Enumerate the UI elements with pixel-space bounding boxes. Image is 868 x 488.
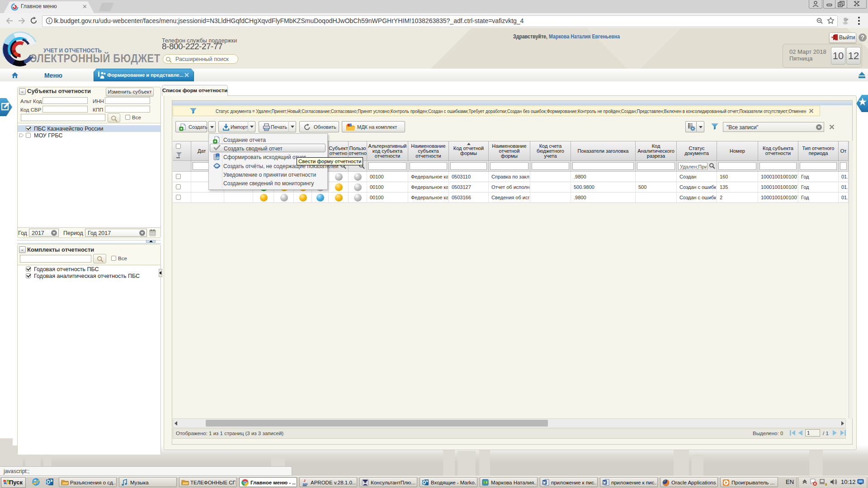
table-cell[interactable]: Год bbox=[798, 182, 839, 192]
table-cell[interactable]: Год bbox=[798, 192, 839, 203]
table-cell[interactable] bbox=[191, 192, 224, 203]
column-filter-input[interactable] bbox=[760, 162, 797, 170]
column-filter-input[interactable] bbox=[840, 162, 847, 170]
column-header[interactable]: Тип отчетногопериода bbox=[798, 141, 839, 161]
records-filter-funnel-icon[interactable] bbox=[711, 123, 719, 130]
alt-code-input[interactable] bbox=[42, 97, 88, 104]
refresh-icon[interactable] bbox=[30, 17, 38, 24]
taskbar-button[interactable]: КонсультантПлю... bbox=[359, 477, 417, 487]
taskbar-button[interactable]: ТЕЛЕФОННЫЕ СПР... bbox=[179, 477, 237, 487]
import-dropdown-button[interactable] bbox=[248, 121, 256, 132]
menu-item[interactable]: Создание отчета bbox=[210, 136, 326, 144]
table-cell[interactable]: 500 bbox=[636, 182, 677, 192]
table-vertical-scrollbar[interactable] bbox=[849, 141, 853, 418]
table-cell[interactable] bbox=[349, 182, 367, 192]
table-cell[interactable] bbox=[636, 172, 677, 182]
menu-item[interactable]: Создать сводный отчет bbox=[210, 144, 326, 152]
select-all-checkbox[interactable] bbox=[176, 144, 181, 149]
table-cell[interactable]: Сведения об исп bbox=[489, 192, 530, 203]
hscroll-thumb[interactable] bbox=[206, 420, 548, 427]
period-select[interactable]: Год 2017 bbox=[85, 229, 147, 237]
table-cell[interactable] bbox=[530, 172, 571, 182]
table-cell[interactable]: 01.0 bbox=[839, 172, 849, 182]
help-button[interactable]: ? bbox=[859, 33, 867, 42]
table-cell[interactable]: .9800 bbox=[571, 192, 636, 203]
columns-settings-button[interactable] bbox=[685, 121, 697, 132]
profile-button[interactable] bbox=[809, 0, 822, 9]
create-dropdown-button[interactable] bbox=[208, 121, 216, 132]
nav-tab-close-icon[interactable] bbox=[184, 72, 189, 78]
table-cell[interactable]: 00100 bbox=[367, 192, 408, 203]
create-button[interactable]: Создать bbox=[175, 121, 207, 132]
table-cell[interactable] bbox=[294, 192, 312, 203]
sidebar-splitter-handle[interactable] bbox=[146, 240, 156, 243]
column-filter-search-icon[interactable] bbox=[709, 163, 715, 171]
menu-item[interactable]: Уведомление о принятии отчетности bbox=[210, 170, 326, 179]
records-filter-select[interactable]: "Все записи" bbox=[723, 122, 824, 132]
browser-menu-icon[interactable] bbox=[858, 16, 860, 25]
taskbar-button[interactable]: Разъяснения о сд... bbox=[59, 477, 117, 487]
column-filter-input[interactable] bbox=[368, 162, 406, 170]
table-cell[interactable]: 2 bbox=[717, 192, 758, 203]
sets-search-button[interactable] bbox=[93, 254, 106, 263]
svr-input[interactable] bbox=[42, 106, 88, 113]
mdk-button[interactable]: МДК на комплект bbox=[342, 121, 405, 132]
next-page-icon[interactable] bbox=[832, 430, 838, 436]
bookmark-star-icon[interactable] bbox=[827, 17, 835, 24]
table-cell[interactable] bbox=[349, 192, 367, 203]
table-cell[interactable]: Создан с ошибка bbox=[677, 182, 717, 192]
column-header[interactable]: Наименованиеотчетнойформы bbox=[489, 141, 530, 161]
table-cell[interactable]: 0503127 bbox=[449, 182, 489, 192]
collapse-header-icon[interactable] bbox=[858, 72, 866, 79]
tree-item[interactable]: МОУ ГРБС bbox=[18, 132, 160, 139]
column-filter-input[interactable] bbox=[718, 162, 756, 170]
taskbar-button[interactable]: приложение к пис... bbox=[540, 477, 598, 487]
nav-menu-label[interactable]: Меню bbox=[44, 72, 62, 79]
column-header[interactable]: Код отчетнойформы bbox=[449, 141, 489, 161]
taskbar-button[interactable]: Главное меню - ... bbox=[239, 477, 297, 487]
tray-volume-icon[interactable] bbox=[830, 478, 838, 486]
set-item[interactable]: Годовая отчетность ПБС bbox=[18, 266, 160, 272]
table-cell[interactable] bbox=[224, 192, 253, 203]
table-cell[interactable]: 01.0 bbox=[839, 192, 849, 203]
table-cell[interactable]: Федеральное каз bbox=[408, 172, 449, 182]
page-info-icon[interactable] bbox=[46, 17, 53, 24]
table-cell[interactable] bbox=[329, 172, 349, 182]
table-cell[interactable] bbox=[530, 192, 571, 203]
table-cell[interactable]: Федеральное каз bbox=[408, 182, 449, 192]
set-item[interactable]: Годовая аналитическая отчетность ПБС bbox=[18, 272, 160, 279]
table-cell[interactable]: 1000100100100ТІ bbox=[758, 192, 798, 203]
column-header[interactable]: Наименованиесубъектаотчетности bbox=[408, 141, 449, 161]
browser-tab-close-icon[interactable]: ✕ bbox=[82, 4, 87, 9]
change-subject-button[interactable]: Изменить субъект bbox=[106, 88, 154, 96]
minimize-button[interactable] bbox=[823, 0, 835, 9]
show-desktop-icon[interactable] bbox=[857, 479, 865, 485]
sets-collapse-icon[interactable]: ⌄ bbox=[19, 246, 26, 253]
table-cell[interactable]: 135 bbox=[717, 182, 758, 192]
first-page-icon[interactable] bbox=[789, 430, 796, 436]
set-checkbox[interactable] bbox=[26, 273, 31, 278]
refresh-button[interactable]: Обновить bbox=[299, 121, 339, 132]
table-cell[interactable]: 160 bbox=[717, 172, 758, 182]
subjects-search-button[interactable] bbox=[108, 113, 120, 122]
table-cell[interactable]: Год bbox=[798, 172, 839, 182]
table-cell[interactable] bbox=[329, 182, 349, 192]
set-checkbox[interactable] bbox=[26, 267, 31, 272]
table-cell[interactable]: Создан bbox=[677, 172, 717, 182]
column-filter-input[interactable] bbox=[637, 162, 675, 170]
main-tab[interactable]: Список форм отчетности bbox=[162, 85, 228, 96]
records-filter-clear-icon[interactable] bbox=[829, 124, 835, 130]
column-header[interactable]: Код счетабюджетногоучета bbox=[530, 141, 571, 161]
table-cell[interactable]: 500.9800 bbox=[571, 182, 636, 192]
taskbar-button[interactable]: Проигрыватель ... bbox=[720, 477, 778, 487]
column-filter-input[interactable] bbox=[532, 162, 569, 170]
column-header[interactable]: Показатели заголовка bbox=[571, 141, 636, 161]
column-filter-input[interactable]: Удален;Прин bbox=[678, 162, 708, 170]
row-checkbox[interactable] bbox=[176, 184, 181, 189]
table-cell[interactable]: Федеральное каз bbox=[408, 192, 449, 203]
sort-asc-icon[interactable] bbox=[467, 143, 471, 145]
tree-expand-icon[interactable] bbox=[19, 133, 24, 137]
row-checkbox[interactable] bbox=[176, 195, 181, 200]
taskbar-button[interactable]: Входящие - Marko... bbox=[420, 477, 477, 487]
column-filter-input[interactable] bbox=[450, 162, 487, 170]
